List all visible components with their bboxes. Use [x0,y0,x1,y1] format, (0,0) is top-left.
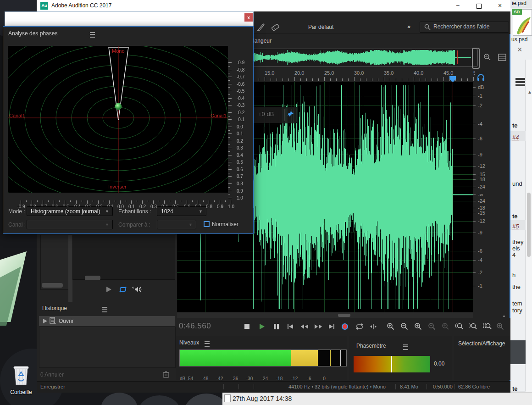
scrollbar-thumb[interactable] [338,314,350,317]
chevron-double-icon[interactable]: » [407,23,410,30]
ruler-label: 20.0 [294,70,304,76]
close-button[interactable]: × [493,1,507,10]
tab-mixer[interactable]: langeur [253,38,272,44]
normalize-checkbox[interactable] [204,221,210,227]
ruler-tick [360,78,360,81]
ruler-tick [366,78,366,81]
panel-menu-icon[interactable] [102,307,107,312]
phase-center-line [391,356,392,372]
eraser-tool-icon[interactable] [270,22,280,32]
time-display[interactable]: 0:46.560 [179,322,211,331]
axis-tick [228,101,230,102]
db-label: -4 [478,257,482,263]
zoom-in-vertical-button[interactable] [386,322,397,331]
zoom-full-button[interactable] [496,322,507,331]
scrollbar[interactable] [68,235,72,302]
phase-meter [354,356,430,372]
page-icon [224,394,231,402]
overview-waveform[interactable] [236,50,476,65]
axis-label: -0.1 [237,117,244,122]
ruler-label: 40.0 [414,70,423,76]
axis-tick [148,200,148,202]
axis-tick [198,200,198,204]
scroll-up-icon[interactable]: ▲ [527,89,532,94]
ruler-tick [408,78,408,81]
maximize-button[interactable] [472,1,486,10]
samples-dropdown[interactable]: 1024▼ [157,206,206,216]
horizontal-scrollbar[interactable] [177,312,473,318]
divider [427,384,427,389]
loop-icon[interactable] [118,285,127,294]
skip-selection-button[interactable] [369,322,379,331]
zoom-reset-button[interactable] [441,322,452,331]
axis-tick [220,200,220,204]
recycle-bin-icon[interactable] [13,365,29,386]
meter-scale-label: -24 [260,376,269,381]
psd-file-icon[interactable]: SD [513,9,532,36]
axis-tick [159,200,159,202]
plot-label-left: Canal1 [9,113,25,118]
ruler-tick [300,78,301,81]
display-options-icon[interactable] [497,53,507,62]
scrollbar[interactable]: ▲ [525,60,532,392]
media-browser-list[interactable] [72,235,175,280]
axis-label: 0.9 [216,204,225,209]
overview-zoom-handle[interactable] [472,48,480,69]
zoom-full-icon[interactable] [482,53,493,62]
channel-label: Canal : [8,222,26,228]
mode-dropdown[interactable]: Histogramme (zoom journal)▼ [27,206,113,216]
go-to-end-button[interactable] [327,322,338,331]
zoom-out-time-button[interactable] [427,322,438,331]
record-button[interactable] [340,322,350,331]
ruler-tick [288,78,289,81]
speaker-icon[interactable] [131,285,142,294]
minimize-button[interactable]: − [451,1,465,10]
scrollbar-thumb[interactable] [85,276,100,280]
stop-button[interactable] [243,322,253,331]
panel-menu-icon[interactable] [403,344,408,350]
db-label: -12 [478,163,485,169]
brush-tool-icon[interactable] [256,22,266,32]
plot-label-mono: Mono [112,48,125,54]
rewind-button[interactable] [300,322,310,331]
loop-playback-button[interactable] [355,322,365,331]
zoom-out-vertical-button[interactable] [400,322,411,331]
panel-menu-icon[interactable] [205,341,210,347]
axis-tick [228,105,232,105]
zoom-selection-button[interactable] [482,322,493,331]
pause-button[interactable] [272,322,283,331]
fast-forward-button[interactable] [314,322,324,331]
play-button[interactable] [258,322,268,331]
scrollbar-thumb[interactable] [42,283,63,288]
pin-icon-wrap[interactable] [284,109,296,121]
scroll-arrow-icon[interactable]: ▲ [502,314,506,318]
meter-scale-label: -54 [185,376,194,381]
status-save[interactable]: Enregistrer [40,384,65,389]
zoom-in-time-button[interactable] [414,322,425,331]
floating-window-titlebar[interactable] [5,11,254,26]
go-to-start-button[interactable] [286,322,296,331]
ruler-tick [283,78,283,81]
axis-tick [228,194,230,194]
db-label: -15 [478,210,485,216]
background-text-fragment: und [512,180,522,187]
panel-menu-icon[interactable] [90,32,95,38]
phase-plot[interactable] [8,46,228,193]
workspace-selector[interactable]: Par défaut [308,24,333,30]
media-browser-tree[interactable] [40,235,69,290]
background-app-block [510,340,526,364]
close-icon[interactable]: × [517,45,522,55]
zoom-in-point-button[interactable] [454,322,466,331]
dialog-close-button[interactable]: x [244,13,253,22]
db-tick [473,286,476,286]
window-title: Adobe Audition CC 2017 [51,2,111,9]
zoom-out-point-button[interactable] [468,322,479,331]
trash-icon[interactable] [163,371,169,378]
meter-zero-tick [340,350,341,366]
axis-tick [228,73,230,73]
ruler-tick [420,78,420,81]
axis-tick [228,87,230,88]
channel-dropdown: ▼ [27,220,113,229]
preview-play-icon[interactable] [105,285,113,294]
scrollbar-thumb[interactable] [527,193,531,257]
